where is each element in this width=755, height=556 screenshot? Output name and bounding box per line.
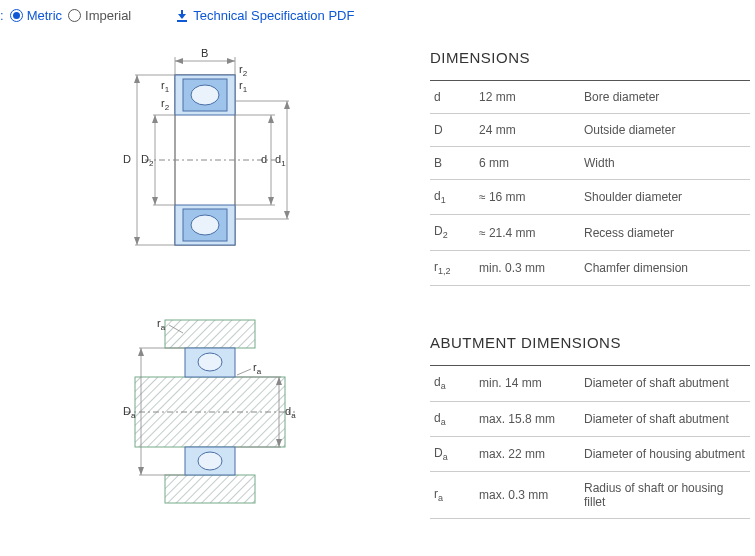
dimension-value: 24 mm — [475, 114, 580, 147]
pdf-link-label: Technical Specification PDF — [193, 8, 354, 23]
svg-point-49 — [198, 452, 222, 470]
svg-text:d1: d1 — [275, 153, 286, 168]
abutment-description: Radius of shaft or housing fillet — [580, 472, 750, 519]
abutment-title: ABUTMENT DIMENSIONS — [430, 334, 750, 351]
dimension-symbol: d1 — [430, 180, 475, 215]
metric-radio[interactable]: Metric — [10, 8, 62, 23]
svg-text:r1: r1 — [239, 79, 248, 94]
svg-marker-17 — [152, 197, 158, 205]
abutment-description: Diameter of housing abutment — [580, 436, 750, 471]
dimension-description: Chamfer dimension — [580, 250, 750, 285]
svg-text:r1: r1 — [161, 79, 170, 94]
dimensions-title: DIMENSIONS — [430, 49, 750, 66]
svg-line-62 — [237, 369, 251, 375]
radio-selected-icon — [10, 9, 23, 22]
dimension-description: Outside diameter — [580, 114, 750, 147]
abutment-symbol: da — [430, 401, 475, 436]
svg-text:Da: Da — [123, 405, 136, 420]
table-row: D2≈ 21.4 mmRecess diameter — [430, 215, 750, 250]
dimension-value: 6 mm — [475, 147, 580, 180]
table-row: r1,2min. 0.3 mmChamfer dimension — [430, 250, 750, 285]
svg-marker-32 — [227, 58, 235, 64]
table-row: D24 mmOutside diameter — [430, 114, 750, 147]
abutment-value: min. 14 mm — [475, 366, 580, 401]
table-row: B6 mmWidth — [430, 147, 750, 180]
radio-prefix: : — [0, 8, 4, 23]
svg-text:D: D — [123, 153, 131, 165]
svg-rect-43 — [165, 320, 255, 348]
dimension-description: Bore diameter — [580, 81, 750, 114]
svg-marker-27 — [284, 211, 290, 219]
svg-text:ra: ra — [157, 317, 166, 332]
abutment-diagram: ra ra Da da — [75, 315, 355, 525]
dimension-symbol: D — [430, 114, 475, 147]
table-row: ramax. 0.3 mmRadius of shaft or housing … — [430, 472, 750, 519]
dimension-value: ≈ 21.4 mm — [475, 215, 580, 250]
svg-text:d: d — [261, 153, 267, 165]
dimensions-diagram: B r2 r1 r1 r2 D D2 d d1 — [75, 45, 355, 275]
abutment-value: max. 15.8 mm — [475, 401, 580, 436]
table-row: damax. 15.8 mmDiameter of shaft abutment — [430, 401, 750, 436]
imperial-label: Imperial — [85, 8, 131, 23]
table-row: d12 mmBore diameter — [430, 81, 750, 114]
abutment-description: Diameter of shaft abutment — [580, 401, 750, 436]
abutment-value: max. 0.3 mm — [475, 472, 580, 519]
dimension-symbol: D2 — [430, 215, 475, 250]
abutment-description: Diameter of shaft abutment — [580, 366, 750, 401]
dimension-value: min. 0.3 mm — [475, 250, 580, 285]
svg-marker-16 — [152, 115, 158, 123]
imperial-radio[interactable]: Imperial — [68, 8, 131, 23]
abutment-table: damin. 14 mmDiameter of shaft abutmentda… — [430, 365, 750, 519]
dimension-value: ≈ 16 mm — [475, 180, 580, 215]
table-row: damin. 14 mmDiameter of shaft abutment — [430, 366, 750, 401]
svg-text:r2: r2 — [161, 97, 170, 112]
metric-label: Metric — [27, 8, 62, 23]
svg-text:r2: r2 — [239, 63, 248, 78]
dimension-description: Shoulder diameter — [580, 180, 750, 215]
svg-point-6 — [191, 215, 219, 235]
dimension-description: Recess diameter — [580, 215, 750, 250]
svg-marker-54 — [138, 348, 144, 356]
radio-unselected-icon — [68, 9, 81, 22]
diagrams-column: B r2 r1 r1 r2 D D2 d d1 — [0, 35, 430, 555]
svg-marker-55 — [138, 467, 144, 475]
dimension-symbol: r1,2 — [430, 250, 475, 285]
dimension-value: 12 mm — [475, 81, 580, 114]
dimension-description: Width — [580, 147, 750, 180]
svg-text:ra: ra — [253, 361, 262, 376]
dimension-symbol: d — [430, 81, 475, 114]
svg-rect-44 — [165, 475, 255, 503]
dimensions-table: d12 mmBore diameterD24 mmOutside diamete… — [430, 80, 750, 286]
download-icon — [177, 10, 187, 22]
table-row: d1≈ 16 mmShoulder diameter — [430, 180, 750, 215]
svg-marker-25 — [268, 197, 274, 205]
abutment-symbol: ra — [430, 472, 475, 519]
abutment-value: max. 22 mm — [475, 436, 580, 471]
svg-point-3 — [191, 85, 219, 105]
svg-text:D2: D2 — [141, 153, 154, 168]
abutment-symbol: da — [430, 366, 475, 401]
dimension-symbol: B — [430, 147, 475, 180]
svg-text:da: da — [285, 405, 296, 420]
svg-marker-31 — [175, 58, 183, 64]
table-row: Damax. 22 mmDiameter of housing abutment — [430, 436, 750, 471]
abutment-symbol: Da — [430, 436, 475, 471]
svg-marker-24 — [268, 115, 274, 123]
pdf-link[interactable]: Technical Specification PDF — [177, 8, 354, 23]
svg-marker-14 — [134, 75, 140, 83]
svg-text:B: B — [201, 47, 208, 59]
svg-point-47 — [198, 353, 222, 371]
specs-column: DIMENSIONS d12 mmBore diameterD24 mmOuts… — [430, 35, 750, 555]
svg-marker-15 — [134, 237, 140, 245]
svg-marker-26 — [284, 101, 290, 109]
